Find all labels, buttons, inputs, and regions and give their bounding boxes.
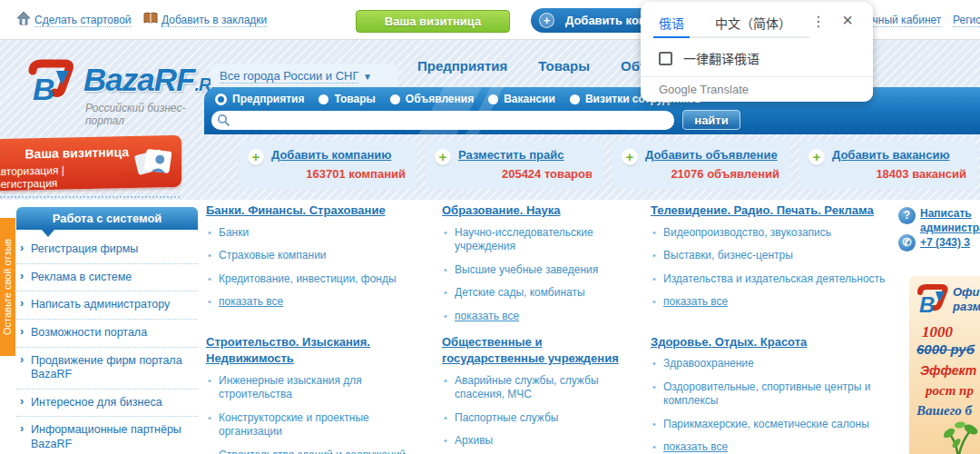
phone-link[interactable]: +7 (343) 3 [920, 236, 980, 249]
vacancies-count: 18403 вакансий [876, 167, 966, 181]
add-company-box: + Добавить компанию 163701 компаний [239, 141, 416, 189]
sidebar-item-firm-promotion[interactable]: Продвижение фирм портала BazaRF [16, 348, 198, 390]
show-all-link[interactable]: показать все [219, 295, 283, 308]
feedback-tab[interactable]: Оставьте свой отзыв [0, 218, 15, 356]
category-health: Здоровье. Отдых. Красота Здравоохранение… [651, 333, 891, 454]
radio-dot [390, 94, 400, 104]
green-plus-icon: + [622, 149, 638, 165]
category-item[interactable]: Конструкторские и проектные организации [219, 411, 369, 439]
radio-ads[interactable]: Объявления [390, 93, 474, 105]
close-icon[interactable]: × [842, 10, 853, 31]
add-pricelist-link[interactable]: Разместить прайс [458, 148, 594, 162]
goods-count: 205424 товаров [502, 167, 593, 181]
popup-footer: Google Translate [641, 76, 873, 102]
category-item[interactable]: Издательства и издательская деятельность [663, 272, 885, 285]
category-title[interactable]: Здоровье. Отдых. Красота [651, 335, 807, 349]
category-item[interactable]: Страховые компании [219, 249, 327, 262]
radio-vacancies[interactable]: Вакансии [488, 93, 555, 105]
category-item[interactable]: Высшие учебные заведения [455, 263, 598, 276]
green-plus-icon: + [808, 149, 825, 165]
home-icon [16, 11, 31, 25]
category-title[interactable]: Образование. Наука [442, 203, 560, 217]
radio-goods[interactable]: Товары [318, 93, 375, 105]
add-ad-link[interactable]: Добавить объявление [645, 148, 781, 162]
city-selector-tab: Все города России и СНГ ▼ [211, 64, 397, 87]
write-admin-link[interactable]: Написать администратору [920, 207, 980, 235]
find-button[interactable]: найти [682, 110, 740, 130]
sidebar-item-business-interest[interactable]: Интересное для бизнеса [16, 390, 198, 418]
svg-text:B: B [919, 292, 935, 317]
add-ad-box: + Добавить объявление 21076 объявлений [612, 141, 790, 189]
ads-count: 21076 объявлений [671, 167, 779, 181]
registration-link[interactable]: Регистрация [953, 14, 980, 27]
show-all-link[interactable]: показать все [663, 295, 728, 308]
category-item[interactable]: Детские сады, комбинаты [455, 286, 585, 299]
category-construction: Строительство. Изыскания. Недвижимость И… [206, 333, 431, 454]
sidebar-item-write-admin[interactable]: Написать администратору [16, 291, 198, 320]
vizitka-title: Ваша визитница [24, 144, 129, 161]
category-title[interactable]: Банки. Финансы. Страхование [206, 203, 386, 217]
ad-headline: Офи разм [953, 285, 980, 315]
site-logo[interactable]: B BazaRF.RU Российский бизнес-портал [25, 56, 216, 120]
plus-icon: + [539, 13, 554, 28]
category-title[interactable]: Строительство. Изыскания. Недвижимость [206, 335, 370, 366]
phone-icon: ✆ [898, 234, 916, 252]
nav-goods[interactable]: Товары [538, 58, 590, 74]
category-item[interactable]: Аварийные службы, службы спасения, МЧС [455, 374, 599, 401]
ad-old-price: 6000 руб [916, 341, 975, 357]
category-item[interactable]: Научно-исследовательские учреждения [455, 226, 593, 253]
radio-dot [570, 94, 580, 104]
category-item[interactable]: Оздоровительные, спортивные центры и ком… [663, 380, 870, 408]
category-item[interactable]: Кредитование, инвестиции, фонды [219, 272, 397, 285]
card-stack-icon [132, 143, 174, 180]
vizitka-block[interactable]: Ваша визитница авторизация | регистрация [0, 135, 181, 191]
always-translate-row: 一律翻译俄语 [659, 49, 760, 67]
radio-enterprises[interactable]: Предприятия [215, 93, 304, 105]
nav-enterprises[interactable]: Предприятия [417, 58, 507, 74]
translate-language-tabs: 俄语 中文（简体） [659, 11, 809, 38]
add-company-link[interactable]: Добавить компанию [271, 148, 407, 162]
show-all-link[interactable]: показать все [455, 310, 519, 322]
category-title[interactable]: Телевидение. Радио. Печать. Реклама [651, 203, 874, 217]
tab-source-language[interactable]: 俄语 [659, 11, 684, 36]
add-bookmark-link[interactable]: Добавить в закладки [162, 14, 267, 27]
sidebar-item-info-partners[interactable]: Информационные партнёры BazaRF [16, 417, 198, 454]
category-item[interactable]: Банки [219, 226, 249, 239]
search-box [211, 111, 674, 130]
action-boxes-row: + Добавить компанию 163701 компаний + Ра… [239, 141, 980, 189]
sidebar-item-portal-features[interactable]: Возможности портала [16, 320, 198, 348]
sidebar-item-advertising[interactable]: Реклама в системе [16, 264, 198, 292]
category-item[interactable]: Архивы [455, 434, 493, 447]
your-vizitnica-button[interactable]: Ваша визитница [356, 10, 510, 33]
always-translate-checkbox[interactable] [659, 52, 672, 65]
add-vacancy-box: + Добавить вакансию 18403 вакансий [799, 141, 977, 189]
category-item[interactable]: Видеопроизводство, звукозапись [663, 226, 831, 239]
sidebar: Работа с системой Регистрация фирмы Рекл… [16, 207, 198, 454]
city-selector-link[interactable]: Все города России и СНГ [220, 69, 358, 84]
tab-target-language[interactable]: 中文（简体） [715, 11, 791, 36]
category-item[interactable]: Строительство зданий и сооружений [219, 449, 406, 454]
category-item[interactable]: Паспортные службы [455, 411, 558, 424]
show-all-link[interactable]: показать все [663, 440, 728, 453]
auth-registration-links[interactable]: авторизация | регистрация [0, 163, 129, 191]
search-input[interactable] [235, 112, 666, 128]
make-start-page-link[interactable]: Сделать стартовой [34, 14, 132, 27]
ad-banner[interactable]: B Офи разм 1000 6000 руб Эффект рост пр … [909, 276, 980, 454]
radio-dot [318, 94, 328, 104]
logo-icon: B [25, 58, 76, 109]
search-icon [217, 114, 230, 127]
kebab-menu-icon[interactable]: ⋮ [811, 13, 826, 30]
category-title[interactable]: Общественные и государственные учреждени… [442, 335, 619, 366]
category-media: Телевидение. Радио. Печать. Реклама Виде… [651, 202, 891, 333]
category-item[interactable]: Парикмахерские, косметические салоны [663, 418, 869, 430]
category-item[interactable]: Выставки, бизнес-центры [663, 249, 793, 262]
sidebar-item-firm-registration[interactable]: Регистрация фирмы [16, 236, 198, 264]
ad-content: B Офи разм 1000 6000 руб Эффект рост пр … [909, 276, 980, 454]
category-item[interactable]: Инженерные изыскания для строительства [219, 374, 362, 401]
search-scope-radios: Предприятия Товары Объявления Вакансии В… [215, 93, 701, 105]
category-item[interactable]: Здравоохранение [663, 357, 754, 370]
plant-image [935, 418, 980, 454]
radio-dot [215, 94, 227, 105]
add-vacancy-link[interactable]: Добавить вакансию [832, 148, 968, 162]
companies-count: 163701 компаний [306, 167, 406, 181]
